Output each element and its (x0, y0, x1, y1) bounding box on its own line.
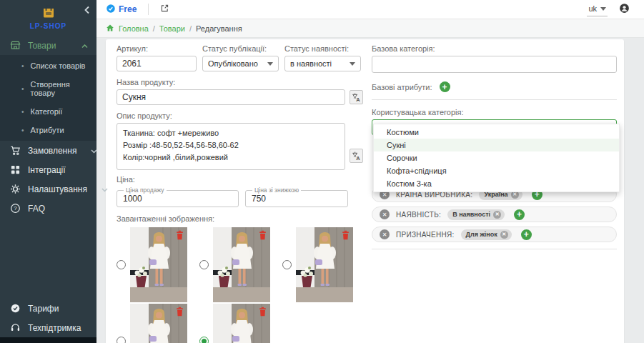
sidebar: LP-SHOP Товари Список товарів (0, 0, 96, 343)
sidebar-item-create-product[interactable]: Створення товару (0, 75, 96, 102)
image-cell (117, 227, 187, 302)
image-cell (199, 227, 270, 302)
gear-icon (10, 184, 21, 194)
breadcrumb-products[interactable]: Товари (159, 24, 185, 33)
sidebar-item-attributes[interactable]: Атрибути (0, 121, 96, 139)
add-base-attribute-button[interactable]: + (440, 81, 450, 92)
left-column: Артикул: 2061 Статус публікації: Опублік… (117, 44, 363, 343)
sidebar-collapse-icon[interactable] (84, 4, 91, 17)
language-value: uk (588, 4, 597, 13)
home-icon[interactable] (106, 24, 114, 34)
sidebar-item-orders[interactable]: Замовлення (0, 141, 96, 160)
svg-text:?: ? (14, 205, 17, 212)
sidebar-item-faq[interactable]: ? FAQ (0, 199, 96, 218)
dropdown-option[interactable]: Сорочки (374, 151, 619, 164)
dropdown-option[interactable]: Кофта+спідниця (374, 164, 619, 177)
delete-image-icon[interactable] (259, 307, 267, 319)
sidebar-item-settings[interactable]: Налаштування (0, 179, 96, 199)
publish-status-select[interactable]: Опубліковано (202, 56, 279, 71)
sidebar-item-label: FAQ (28, 204, 45, 214)
remove-attribute-icon[interactable]: ✕ (380, 229, 390, 239)
image-cell (199, 304, 270, 343)
shopping-bag-icon (41, 5, 56, 21)
image-grid (117, 227, 363, 343)
main-image-radio[interactable] (117, 260, 126, 269)
publish-status-label: Статус публікації: (202, 44, 279, 53)
remove-attribute-icon[interactable]: ✕ (380, 209, 390, 219)
sidebar-item-integrations[interactable]: Інтеграції (0, 160, 96, 179)
discount-price-value[interactable]: 750 (251, 194, 342, 204)
chevron-down-icon (600, 7, 606, 11)
verified-badge-icon (106, 4, 116, 16)
language-select[interactable]: uk (587, 2, 608, 16)
grid-icon (10, 164, 21, 175)
discount-price-field[interactable]: Ціна зі знижкою 750 (245, 187, 348, 207)
translate-button[interactable]: A (350, 149, 363, 163)
sale-price-field[interactable]: Ціна продажу 1000 (117, 187, 239, 207)
delete-image-icon[interactable] (342, 230, 350, 243)
headset-icon (10, 322, 21, 333)
topbar-divider (148, 4, 149, 15)
delete-image-icon[interactable] (176, 230, 184, 243)
dropdown-option[interactable]: Костюми (374, 126, 619, 139)
sku-input[interactable]: 2061 (117, 56, 197, 71)
main-image-radio[interactable] (199, 260, 209, 269)
sidebar-item-label: Тарифи (28, 304, 59, 314)
main-image-radio[interactable] (117, 337, 126, 343)
dropdown-option[interactable]: Костюм 3-ка (374, 177, 619, 190)
logo[interactable]: LP-SHOP (0, 0, 96, 34)
remove-value-icon[interactable]: ✕ (493, 211, 501, 219)
product-photo (130, 304, 187, 343)
sidebar-nav: Товари Список товарів Створення товару К… (0, 36, 96, 218)
main-image-radio[interactable] (282, 260, 292, 269)
stock-status-select[interactable]: в наявності (284, 56, 361, 71)
open-in-new-icon[interactable] (160, 3, 169, 16)
stock-status-value: в наявності (290, 59, 332, 68)
dropdown-option[interactable]: Сукні (374, 139, 619, 151)
category-dropdown: Костюми Сукні Сорочки Кофта+спідниця Кос… (373, 124, 620, 192)
sale-price-value[interactable]: 1000 (122, 194, 233, 204)
translate-button[interactable]: A (350, 90, 363, 104)
chevron-down-icon (101, 184, 108, 194)
chevron-down-icon (350, 62, 355, 66)
description-textarea[interactable]: Тканина: софт +мереживо Розмір :48-50,52… (117, 123, 345, 170)
sidebar-item-product-list[interactable]: Список товарів (0, 56, 96, 75)
sidebar-item-label: Замовлення (28, 146, 76, 156)
custom-attributes-list: ✕ КРАЇНА ВИРОБНИКА: Україна ✕ + ✕ НАЯВНІ… (372, 187, 617, 242)
description-label: Опис продукту: (117, 111, 363, 120)
publish-status-value: Опубліковано (208, 59, 258, 68)
product-name-input[interactable]: Сукня (117, 89, 345, 105)
products-submenu: Список товарів Створення товару Категорі… (0, 55, 96, 141)
attribute-row: ✕ ПРИЗНАЧЕННЯ: Для жінок ✕ + (372, 227, 617, 242)
store-icon (10, 40, 21, 51)
breadcrumb: Головна / Товари / Редагування (96, 19, 644, 38)
account-icon[interactable] (619, 3, 630, 16)
breadcrumb-separator: / (189, 24, 192, 33)
base-category-input[interactable] (372, 56, 617, 73)
product-photo (213, 304, 270, 343)
add-value-button[interactable]: + (514, 209, 525, 220)
main-image-radio[interactable] (199, 337, 209, 343)
svg-text:A: A (356, 155, 360, 161)
remove-value-icon[interactable]: ✕ (500, 231, 508, 239)
sidebar-item-categories[interactable]: Категорії (0, 102, 96, 121)
sub-item-label: Створення товару (31, 80, 91, 97)
page-content: Артикул: 2061 Статус публікації: Опублік… (96, 38, 644, 343)
sale-price-legend: Ціна продажу (124, 187, 167, 194)
add-value-button[interactable]: + (521, 229, 532, 240)
delete-image-icon[interactable] (259, 230, 267, 243)
delete-image-icon[interactable] (176, 307, 184, 319)
help-icon: ? (10, 203, 21, 214)
sidebar-footer-strip (0, 337, 96, 343)
divider (372, 99, 617, 100)
sidebar-item-tariffs[interactable]: Тарифи (0, 299, 96, 318)
logo-text: LP-SHOP (30, 22, 66, 30)
breadcrumb-home[interactable]: Головна (119, 24, 149, 33)
sidebar-item-support[interactable]: Техпідтримка (0, 318, 96, 337)
base-category-label: Базова категорія: (372, 44, 617, 53)
sidebar-item-products[interactable]: Товари (0, 36, 96, 55)
plan-badge[interactable]: Free (106, 4, 137, 16)
attribute-chip: Для жінок ✕ (461, 229, 512, 240)
sub-item-label: Атрибути (31, 126, 64, 134)
image-cell (117, 304, 187, 343)
